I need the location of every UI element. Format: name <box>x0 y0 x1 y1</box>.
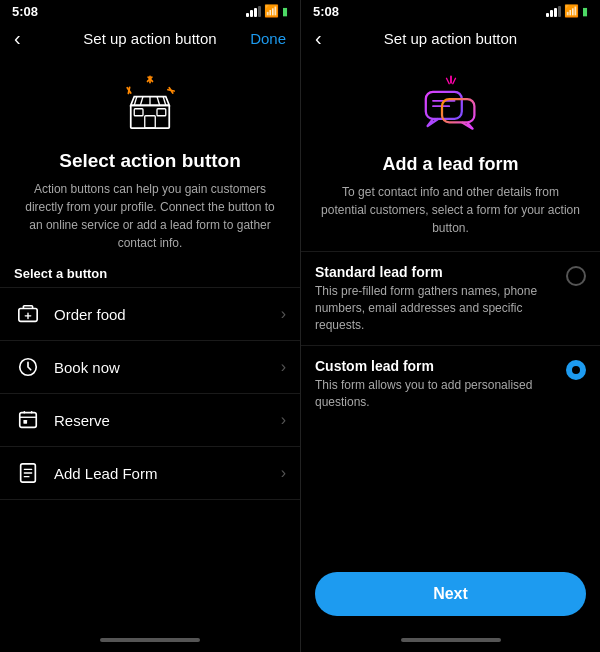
add-lead-form-label: Add Lead Form <box>54 465 281 482</box>
left-panel: 5:08 📶 ▮ ‹ Set up action button Done <box>0 0 300 652</box>
left-home-bar <box>100 638 200 642</box>
left-content: Select action button Action buttons can … <box>0 56 300 632</box>
svg-rect-13 <box>145 116 156 128</box>
reserve-chevron: › <box>281 411 286 429</box>
lead-icon-container <box>301 56 600 154</box>
next-btn-container: Next <box>301 560 600 632</box>
svg-line-22 <box>446 78 449 83</box>
standard-lead-form-option[interactable]: Standard lead form This pre-filled form … <box>301 251 600 345</box>
right-home-bar <box>401 638 501 642</box>
right-battery-icon: ▮ <box>582 5 588 18</box>
book-now-chevron: › <box>281 358 286 376</box>
right-back-button[interactable]: ‹ <box>315 28 322 48</box>
svg-rect-18 <box>20 413 37 428</box>
standard-form-desc: This pre-filled form gathers names, phon… <box>315 283 558 333</box>
custom-lead-form-option[interactable]: Custom lead form This form allows you to… <box>301 345 600 423</box>
left-header-title: Set up action button <box>83 30 216 47</box>
select-action-desc: Action buttons can help you gain custome… <box>0 180 300 252</box>
next-button[interactable]: Next <box>315 572 586 616</box>
book-now-item[interactable]: Book now › <box>0 340 300 393</box>
book-now-icon <box>14 353 42 381</box>
custom-form-desc: This form allows you to add personalised… <box>315 377 558 411</box>
right-status-icons: 📶 ▮ <box>546 4 588 18</box>
custom-form-radio[interactable] <box>566 360 586 380</box>
left-back-button[interactable]: ‹ <box>14 28 21 48</box>
right-panel: 5:08 📶 ▮ ‹ Set up action button <box>300 0 600 652</box>
svg-rect-14 <box>134 109 143 116</box>
select-action-title: Select action button <box>0 150 300 172</box>
book-now-label: Book now <box>54 359 281 376</box>
standard-form-radio[interactable] <box>566 266 586 286</box>
order-food-label: Order food <box>54 306 281 323</box>
left-status-bar: 5:08 📶 ▮ <box>0 0 300 22</box>
svg-rect-15 <box>157 109 166 116</box>
lead-form-desc: To get contact info and other details fr… <box>301 183 600 237</box>
svg-rect-19 <box>23 420 27 424</box>
svg-line-8 <box>140 97 143 106</box>
lead-form-title: Add a lead form <box>301 154 600 183</box>
order-food-item[interactable]: Order food › <box>0 287 300 340</box>
svg-line-23 <box>452 78 455 83</box>
custom-form-title: Custom lead form <box>315 358 558 374</box>
right-signal-icon <box>546 6 561 17</box>
reserve-icon <box>14 406 42 434</box>
left-header: ‹ Set up action button Done <box>0 22 300 56</box>
right-header: ‹ Set up action button <box>301 22 600 56</box>
reserve-item[interactable]: Reserve › <box>0 393 300 446</box>
svg-line-10 <box>157 97 160 106</box>
add-lead-form-chevron: › <box>281 464 286 482</box>
order-food-icon <box>14 300 42 328</box>
app-panels: 5:08 📶 ▮ ‹ Set up action button Done <box>0 0 600 652</box>
wifi-icon: 📶 <box>264 4 279 18</box>
shop-icon <box>115 72 185 142</box>
right-header-title: Set up action button <box>384 30 517 47</box>
custom-form-text: Custom lead form This form allows you to… <box>315 358 558 411</box>
add-lead-form-item[interactable]: Add Lead Form › <box>0 446 300 500</box>
done-button[interactable]: Done <box>250 30 286 47</box>
left-status-icons: 📶 ▮ <box>246 4 288 18</box>
left-status-time: 5:08 <box>12 4 38 19</box>
shop-icon-container <box>0 56 300 150</box>
right-status-bar: 5:08 📶 ▮ <box>301 0 600 22</box>
battery-icon: ▮ <box>282 5 288 18</box>
right-wifi-icon: 📶 <box>564 4 579 18</box>
standard-form-title: Standard lead form <box>315 264 558 280</box>
order-food-chevron: › <box>281 305 286 323</box>
add-lead-form-icon <box>14 459 42 487</box>
lead-form-icon <box>415 72 487 144</box>
right-status-time: 5:08 <box>313 4 339 19</box>
right-content: Add a lead form To get contact info and … <box>301 56 600 632</box>
select-a-button-label: Select a button <box>0 266 300 287</box>
right-home-indicator <box>301 632 600 652</box>
signal-icon <box>246 6 261 17</box>
standard-form-text: Standard lead form This pre-filled form … <box>315 264 558 333</box>
reserve-label: Reserve <box>54 412 281 429</box>
left-home-indicator <box>0 632 300 652</box>
